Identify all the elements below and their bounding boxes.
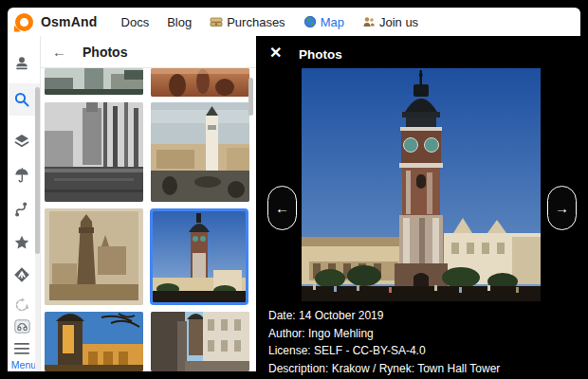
photo-thumbnail-2[interactable]	[151, 68, 249, 97]
nav-links: Docs Blog Purchases	[121, 15, 419, 29]
sidebar-item-account[interactable]	[8, 51, 36, 76]
sidebar-item-favorites[interactable]	[8, 230, 36, 255]
photo-details: Date: 14 October 2019 Author: Ingo Mehli…	[268, 307, 500, 377]
close-icon[interactable]: ✕	[269, 45, 282, 61]
layers-icon	[13, 133, 30, 150]
photo-thumbnail-7[interactable]	[45, 312, 143, 371]
photos-panel: ← Photos	[40, 36, 256, 371]
sidebar-item-vehicle-metrics[interactable]	[8, 314, 36, 338]
join-us-people-icon	[362, 15, 376, 28]
photo-thumbnail-4[interactable]	[151, 102, 249, 202]
photo-thumbnail-6-selected[interactable]	[150, 208, 248, 305]
sidebar-item-configure-map[interactable]	[8, 129, 36, 153]
nav-link-join-us[interactable]: Join us	[362, 15, 418, 29]
previous-photo-button[interactable]: ←	[267, 186, 297, 230]
nav-link-label: Join us	[379, 15, 418, 29]
sidebar-item-weather[interactable]	[8, 163, 36, 188]
photo-date-line: Date: 14 October 2019	[268, 307, 500, 325]
top-navbar: OsmAnd Docs Blog Purchases	[8, 8, 580, 36]
photo-thumbnail-5[interactable]	[45, 208, 143, 305]
viewer-title: Photos	[299, 47, 342, 62]
main-sidebar: Menu	[8, 36, 40, 371]
route-icon	[13, 201, 30, 218]
left-arrow-icon: ←	[275, 200, 289, 216]
photo-viewer-panel: ✕ Photos	[256, 36, 580, 371]
nav-link-label: Docs	[121, 15, 150, 29]
back-arrow-icon[interactable]: ←	[52, 45, 66, 59]
nav-link-docs[interactable]: Docs	[121, 15, 150, 29]
map-globe-icon	[303, 15, 317, 28]
sidebar-item-navigation[interactable]	[8, 262, 36, 287]
umbrella-icon	[13, 167, 30, 184]
next-photo-button[interactable]: →	[547, 186, 577, 230]
search-icon	[13, 91, 30, 108]
travel-loop-icon	[13, 297, 30, 314]
main-photo-krakow-town-hall-tower	[302, 68, 541, 301]
sidebar-item-plan-route[interactable]	[8, 197, 36, 222]
photo-description-line: Description: Krakow / Rynek: Town Hall T…	[268, 360, 500, 378]
brand-title: OsmAnd	[41, 14, 98, 29]
photo-thumbnail-3[interactable]	[45, 102, 143, 202]
photo-license-line: License: SELF - CC-BY-SA-4.0	[268, 342, 500, 360]
sidebar-menu-button[interactable]	[8, 336, 36, 361]
photo-thumbnail-1[interactable]	[45, 68, 143, 95]
nav-link-purchases[interactable]: Purchases	[210, 15, 285, 29]
nav-link-label: Blog	[167, 15, 192, 29]
hamburger-menu-icon	[13, 342, 30, 355]
nav-link-blog[interactable]: Blog	[167, 15, 192, 29]
osmand-logo-icon[interactable]	[15, 13, 33, 31]
nav-link-label: Map	[321, 15, 344, 29]
photos-panel-title: Photos	[83, 45, 127, 60]
star-icon	[13, 234, 30, 251]
logo-ring	[15, 13, 33, 31]
photo-thumbnail-8[interactable]	[151, 312, 249, 371]
purchases-banknotes-icon	[210, 15, 223, 28]
account-icon	[13, 55, 30, 72]
nav-link-map[interactable]: Map	[303, 15, 344, 29]
right-arrow-icon: →	[555, 200, 569, 216]
sidebar-item-search[interactable]	[8, 87, 36, 112]
photos-panel-header: ← Photos	[41, 36, 256, 68]
nav-link-label: Purchases	[227, 15, 285, 29]
vehicle-badge-icon	[14, 319, 30, 334]
photo-author-line: Author: Ingo Mehling	[268, 325, 500, 343]
photos-scrollbar-thumb[interactable]	[248, 78, 253, 116]
directions-diamond-icon	[13, 266, 30, 283]
